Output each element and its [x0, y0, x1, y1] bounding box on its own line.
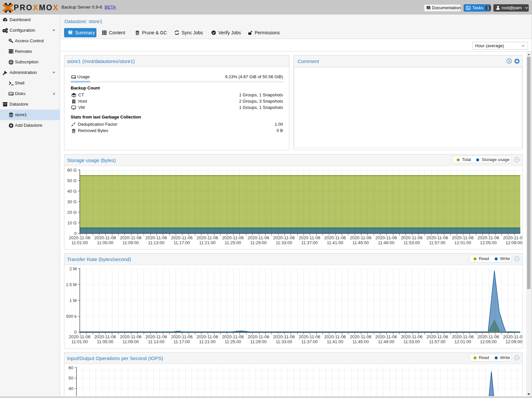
svg-text:PROXMOX: PROXMOX	[14, 3, 59, 12]
